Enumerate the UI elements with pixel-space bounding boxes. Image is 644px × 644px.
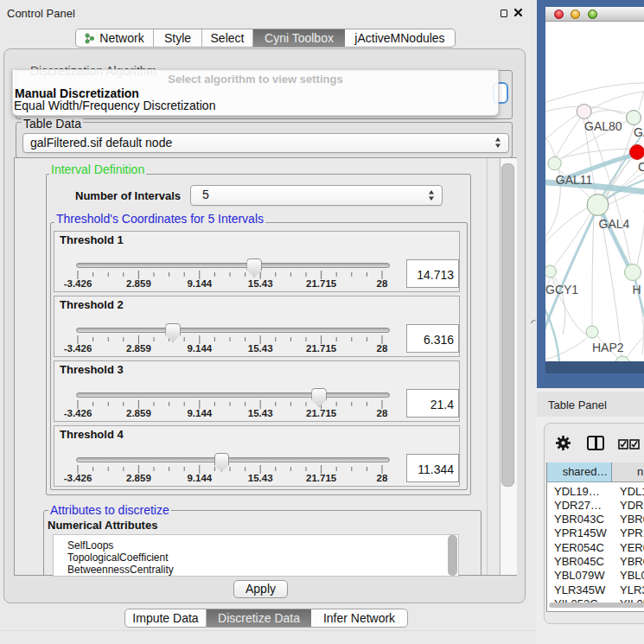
svg-text:GA: GA bbox=[634, 125, 644, 139]
svg-text:GAL80: GAL80 bbox=[584, 119, 622, 133]
svg-text:H: H bbox=[632, 283, 641, 296]
svg-text:C: C bbox=[638, 160, 644, 174]
svg-text:GAL11: GAL11 bbox=[556, 173, 593, 187]
svg-text:GAL4: GAL4 bbox=[599, 217, 630, 231]
svg-text:GCY1: GCY1 bbox=[545, 283, 578, 296]
svg-text:HAP2: HAP2 bbox=[592, 341, 624, 354]
